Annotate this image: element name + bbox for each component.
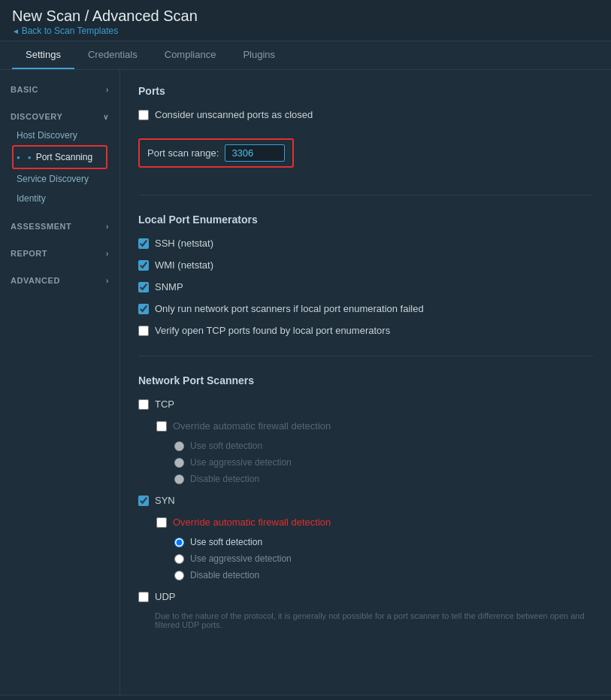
syn-disable-detection-row: Disable detection [174,570,593,580]
syn-radio-options: Use soft detection Use aggressive detect… [156,537,593,580]
sidebar-item-identity[interactable]: Identity [0,189,119,208]
tcp-use-aggressive-label: Use aggressive detection [190,457,292,468]
sidebar-section-label-assessment: ASSESSMENT [11,222,71,231]
tcp-label: TCP [155,398,174,410]
verify-open-tcp-row: Verify open TCP ports found by local por… [138,323,593,338]
syn-use-soft-row: Use soft detection [174,537,593,547]
syn-override-label: Override automatic firewall detection [173,517,331,528]
only-run-network-label: Only run network port scanners if local … [155,303,424,314]
tcp-checkbox[interactable] [138,399,149,410]
sidebar-section-basic: BASIC › [0,76,119,103]
only-run-network-checkbox[interactable] [138,304,149,314]
udp-row: UDP [138,589,593,604]
udp-checkbox[interactable] [138,592,149,602]
tcp-disable-detection-row: Disable detection [174,474,593,484]
sidebar-section-arrow-basic: › [106,86,109,94]
port-range-input[interactable] [225,144,285,162]
local-port-enumerators-section: Local Port Enumerators SSH (netstat) WMI… [138,214,593,338]
network-port-scanners-title: Network Port Scanners [138,374,593,386]
tcp-use-aggressive-radio[interactable] [174,458,184,468]
syn-override-checkbox[interactable] [156,517,167,528]
syn-row: SYN [138,493,593,508]
sidebar-section-label-advanced: ADVANCED [11,276,60,285]
tcp-override-checkbox[interactable] [156,421,167,432]
sidebar-section-arrow-advanced: › [106,277,109,285]
sidebar-section-header-advanced[interactable]: ADVANCED › [0,271,119,289]
syn-checkbox[interactable] [138,495,149,506]
tcp-disable-detection-label: Disable detection [190,474,259,484]
page-header: New Scan / Advanced Scan Back to Scan Te… [0,0,611,41]
sidebar-section-header-report[interactable]: REPORT › [0,244,119,262]
sidebar-item-port-scanning[interactable]: ● Port Scanning [17,147,103,167]
tcp-use-soft-radio[interactable] [174,441,184,451]
sidebar-section-advanced: ADVANCED › [0,267,119,294]
sidebar-section-report: REPORT › [0,240,119,267]
syn-use-soft-label: Use soft detection [190,537,262,547]
syn-disable-detection-label: Disable detection [190,570,259,580]
tab-plugins[interactable]: Plugins [229,41,289,69]
sidebar-section-label-basic: BASIC [11,85,38,94]
only-run-network-row: Only run network port scanners if local … [138,302,593,316]
sidebar-section-header-basic[interactable]: BASIC › [0,80,119,98]
content-area: Ports Consider unscanned ports as closed… [120,70,611,695]
main-layout: BASIC › DISCOVERY ∨ Host Discovery ● Por… [0,70,611,695]
syn-use-soft-radio[interactable] [174,538,184,547]
back-to-templates-link[interactable]: Back to Scan Templates [12,26,118,36]
snmp-row: SNMP [138,280,593,294]
udp-label: UDP [155,591,175,602]
tcp-disable-detection-radio[interactable] [174,474,184,484]
footer: Save ▼ Cancel [0,695,611,700]
sidebar-section-header-assessment[interactable]: ASSESSMENT › [0,217,119,235]
tcp-row: TCP [138,397,593,411]
consider-unscanned-checkbox[interactable] [138,110,149,120]
tcp-use-soft-row: Use soft detection [174,441,593,451]
syn-disable-detection-radio[interactable] [174,571,184,580]
tcp-radio-options: Use soft detection Use aggressive detect… [156,441,593,484]
sidebar: BASIC › DISCOVERY ∨ Host Discovery ● Por… [0,70,120,695]
sidebar-section-arrow-report: › [106,250,109,258]
ports-section: Ports Consider unscanned ports as closed… [138,85,593,177]
snmp-label: SNMP [155,281,183,292]
wmi-netstat-row: WMI (netstat) [138,258,593,272]
tab-compliance[interactable]: Compliance [151,41,230,69]
page-title: New Scan / Advanced Scan [12,8,599,25]
sidebar-item-service-discovery[interactable]: Service Discovery [0,169,119,189]
sidebar-section-arrow-discovery: ∨ [103,113,109,121]
wmi-netstat-label: WMI (netstat) [155,259,213,271]
port-range-row: Port scan range: [138,138,294,168]
ports-section-title: Ports [138,85,593,97]
tcp-override-label: Override automatic firewall detection [173,420,331,432]
verify-open-tcp-checkbox[interactable] [138,326,149,336]
tab-settings[interactable]: Settings [12,41,74,69]
syn-options: Override automatic firewall detection Us… [138,515,593,580]
tcp-override-row: Override automatic firewall detection [156,419,593,433]
syn-use-aggressive-row: Use aggressive detection [174,553,593,564]
sidebar-item-host-discovery[interactable]: Host Discovery [0,126,119,145]
snmp-checkbox[interactable] [138,282,149,292]
consider-unscanned-row: Consider unscanned ports as closed [138,108,593,122]
udp-note: Due to the nature of the protocol, it is… [138,611,593,629]
sidebar-section-assessment: ASSESSMENT › [0,213,119,240]
sidebar-section-header-discovery[interactable]: DISCOVERY ∨ [0,108,119,126]
ssh-netstat-label: SSH (netstat) [155,238,213,249]
divider-2 [138,356,593,356]
syn-use-aggressive-label: Use aggressive detection [190,553,292,564]
tab-credentials[interactable]: Credentials [74,41,151,69]
sidebar-section-label-discovery: DISCOVERY [11,112,62,121]
syn-label: SYN [155,495,175,506]
syn-use-aggressive-radio[interactable] [174,554,184,564]
network-port-scanners-section: Network Port Scanners TCP Override autom… [138,374,593,629]
syn-override-label-text: Override automatic firewall detection [173,517,331,528]
syn-override-row: Override automatic firewall detection [156,515,593,529]
tcp-options: Override automatic firewall detection Us… [138,419,593,484]
tab-bar: Settings Credentials Compliance Plugins [0,41,611,70]
tcp-use-aggressive-row: Use aggressive detection [174,457,593,468]
wmi-netstat-checkbox[interactable] [138,260,149,271]
ssh-netstat-row: SSH (netstat) [138,236,593,250]
tcp-use-soft-label: Use soft detection [190,441,262,451]
divider-1 [138,195,593,195]
port-range-label: Port scan range: [147,147,219,159]
sidebar-section-label-report: REPORT [11,249,47,258]
local-port-enumerators-title: Local Port Enumerators [138,214,593,226]
ssh-netstat-checkbox[interactable] [138,238,149,249]
